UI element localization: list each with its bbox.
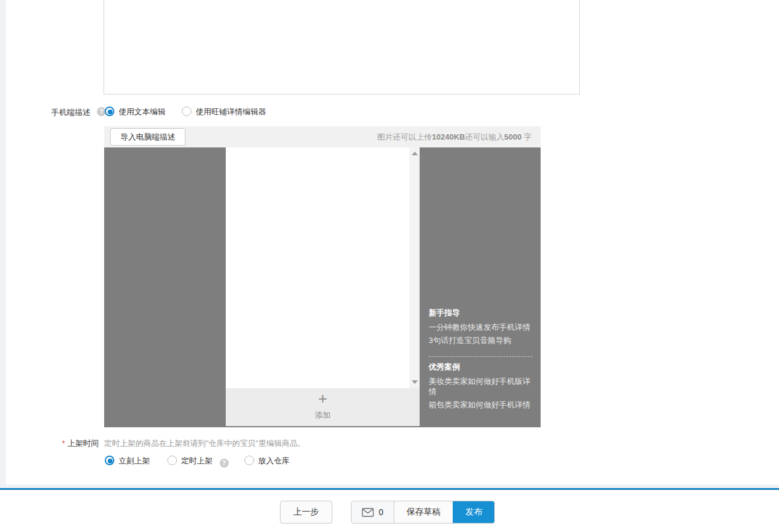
scroll-up-icon[interactable] bbox=[412, 152, 418, 155]
draft-count: 0 bbox=[379, 507, 383, 517]
radio-text-editor-label[interactable]: 使用文本编辑 bbox=[119, 107, 166, 116]
required-asterisk: * bbox=[62, 439, 65, 448]
page-left-gutter bbox=[0, 0, 6, 484]
scroll-down-icon[interactable] bbox=[412, 380, 418, 384]
envelope-icon bbox=[362, 508, 374, 517]
action-button-group: 0 保存草稿 发布 bbox=[351, 501, 495, 524]
case-link[interactable]: 箱包类卖家如何做好手机详情 bbox=[429, 400, 532, 410]
dashed-divider bbox=[429, 356, 532, 357]
radio-unselected-icon[interactable] bbox=[167, 456, 177, 465]
phone-scrollbar[interactable] bbox=[409, 147, 420, 388]
shelf-time-label: 上架时间 bbox=[67, 439, 99, 448]
radio-wangpu-editor[interactable]: 使用旺铺详情编辑器 bbox=[182, 107, 266, 117]
radio-selected-icon[interactable] bbox=[105, 456, 114, 465]
pc-description-textarea[interactable] bbox=[104, 0, 580, 94]
upload-quota-info: 图片还可以上传10240KB还可以输入5000 字 bbox=[377, 126, 532, 147]
radio-warehouse[interactable]: 放入仓库 bbox=[244, 456, 290, 466]
radio-text-editor[interactable]: 使用文本编辑 bbox=[105, 107, 166, 117]
guide-panel: 新手指导 一分钟教你快速发布手机详情 3句话打造宝贝音频导购 优秀案例 美妆类卖… bbox=[429, 308, 532, 410]
radio-immediate-shelf[interactable]: 立刻上架 bbox=[105, 456, 150, 466]
phone-content-area[interactable] bbox=[226, 147, 420, 388]
radio-scheduled-label[interactable]: 定时上架 bbox=[181, 456, 213, 465]
cases-title: 优秀案例 bbox=[429, 362, 532, 373]
phone-preview-backdrop: + 添加 新手指导 一分钟教你快速发布手机详情 3句话打造宝贝音频导购 优秀案例… bbox=[104, 147, 541, 427]
shelf-time-hint: 定时上架的商品在上架前请到"仓库中的宝贝"里编辑商品。 bbox=[104, 438, 305, 449]
radio-immediate-label[interactable]: 立刻上架 bbox=[119, 456, 150, 465]
mobile-description-row: 手机端描述 ? 使用文本编辑 使用旺铺详情编辑器 bbox=[0, 107, 779, 117]
add-module-button[interactable]: + 添加 bbox=[226, 388, 420, 426]
product-publish-page: 手机端描述 ? 使用文本编辑 使用旺铺详情编辑器 导入电脑端描述 图片还可以上传… bbox=[0, 0, 779, 532]
radio-unselected-icon[interactable] bbox=[244, 456, 254, 465]
previous-step-button[interactable]: 上一步 bbox=[280, 501, 332, 524]
draft-mail-button[interactable]: 0 bbox=[352, 501, 394, 523]
radio-selected-icon[interactable] bbox=[105, 107, 114, 116]
plus-icon: + bbox=[226, 388, 420, 409]
add-module-label: 添加 bbox=[226, 410, 420, 421]
help-icon[interactable]: ? bbox=[220, 459, 229, 468]
radio-wangpu-editor-label[interactable]: 使用旺铺详情编辑器 bbox=[196, 107, 266, 116]
case-link[interactable]: 美妆类卖家如何做好手机版详情 bbox=[429, 376, 532, 397]
save-draft-button[interactable]: 保存草稿 bbox=[394, 501, 453, 523]
editor-toolbar: 导入电脑端描述 图片还可以上传10240KB还可以输入5000 字 bbox=[104, 126, 541, 147]
guide-link[interactable]: 3句话打造宝贝音频导购 bbox=[429, 335, 532, 345]
guide-link[interactable]: 一分钟教你快速发布手机详情 bbox=[429, 322, 532, 332]
radio-scheduled-shelf[interactable]: 定时上架 ? bbox=[167, 456, 229, 468]
radio-unselected-icon[interactable] bbox=[182, 107, 191, 116]
radio-warehouse-label[interactable]: 放入仓库 bbox=[258, 456, 290, 465]
mobile-description-label: 手机端描述 bbox=[51, 107, 90, 118]
publish-button[interactable]: 发布 bbox=[453, 501, 494, 523]
import-pc-description-button[interactable]: 导入电脑端描述 bbox=[110, 128, 185, 146]
mobile-editor: 导入电脑端描述 图片还可以上传10240KB还可以输入5000 字 + 添加 新… bbox=[104, 126, 541, 427]
bottom-divider bbox=[0, 488, 779, 490]
guide-title: 新手指导 bbox=[429, 308, 532, 318]
